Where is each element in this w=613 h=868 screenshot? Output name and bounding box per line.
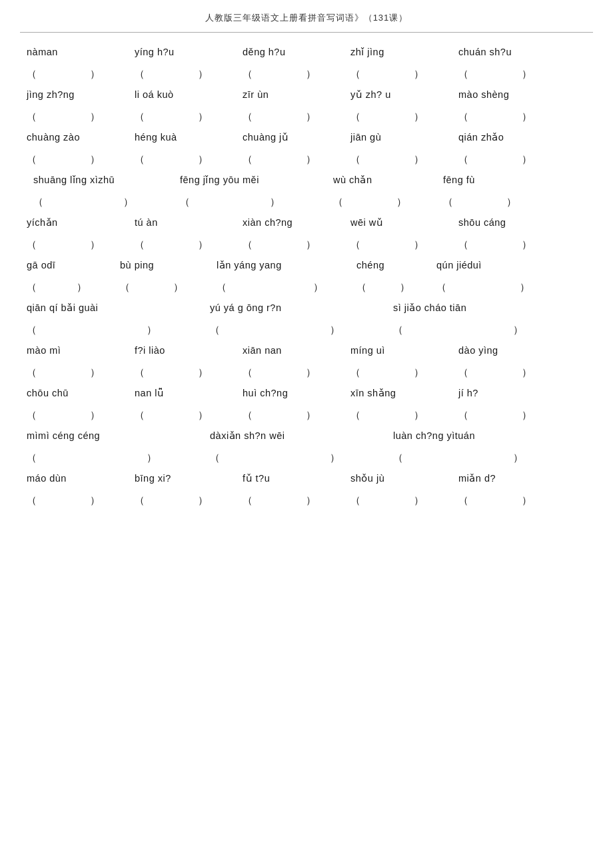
pinyin-item: shǒu jù <box>350 472 458 484</box>
row-group-3: chuàng zào héng kuà chuàng jǔ jiān gù qi… <box>20 130 593 169</box>
row-group-8: mào mì f?i liào xiān nan míng uì dào yìn… <box>20 343 593 382</box>
pinyin-item: lǎn yáng yang <box>217 259 356 270</box>
pinyin-item: jìng zh?ng <box>27 89 135 100</box>
paren-row-2: （） （） （） （） （） <box>20 107 593 126</box>
paren-block: （） <box>243 494 350 507</box>
pinyin-item: jiān gù <box>350 131 458 143</box>
paren-block: （） <box>27 111 135 123</box>
paren-block: （） <box>135 68 243 81</box>
paren-block: （） <box>458 68 566 81</box>
paren-row-6: （） （） （） （） （） <box>20 278 593 296</box>
pinyin-item: wēi wǔ <box>350 217 458 228</box>
pinyin-item: fēng fù <box>443 174 553 185</box>
paren-block: （） <box>350 366 458 379</box>
pinyin-item: dào yìng <box>458 344 566 356</box>
paren-block: （） <box>356 281 436 294</box>
pinyin-item: děng h?u <box>243 46 350 57</box>
pinyin-item: shuāng lǐng xìzhū <box>27 174 180 185</box>
paren-block: （） <box>27 68 135 81</box>
pinyin-item: héng kuà <box>135 131 243 143</box>
pinyin-item: li oá kuò <box>135 89 243 100</box>
paren-block: （） <box>27 153 135 166</box>
paren-block: （） <box>27 196 180 209</box>
pinyin-item: sì jiǎo cháo tiān <box>393 302 576 313</box>
pinyin-item: xīn shǎng <box>350 387 458 398</box>
paren-row-3: （） （） （） （） （） <box>20 150 593 169</box>
paren-block: （） <box>27 238 135 251</box>
paren-block: （） <box>243 409 350 422</box>
pinyin-row-6: gā odī bù ping lǎn yáng yang chéng qún j… <box>20 258 593 278</box>
paren-block: （） <box>27 409 135 422</box>
pinyin-item: luàn ch?ng yìtuán <box>393 430 576 441</box>
paren-block: （） <box>135 153 243 166</box>
pinyin-item: xiān nan <box>243 344 350 356</box>
pinyin-item: zhǐ jìng <box>350 46 458 57</box>
pinyin-row-5: yíchǎn tú àn xiàn ch?ng wēi wǔ shōu cáng <box>20 215 593 235</box>
pinyin-item: bīng xi? <box>135 472 243 484</box>
paren-block: （） <box>458 111 566 123</box>
pinyin-item: máo dùn <box>27 472 135 484</box>
row-group-1: nàman yíng h?u děng h?u zhǐ jìng chuán s… <box>20 45 593 83</box>
paren-block: （） <box>135 111 243 123</box>
pinyin-row-3: chuàng zào héng kuà chuàng jǔ jiān gù qi… <box>20 130 593 150</box>
row-group-4: shuāng lǐng xìzhū fēng jǐng yōu měi wù c… <box>20 173 593 211</box>
paren-block: （） <box>393 324 576 336</box>
paren-block: （） <box>27 324 210 336</box>
paren-row-8: （） （） （） （） （） <box>20 363 593 382</box>
pinyin-row-4: shuāng lǐng xìzhū fēng jǐng yōu měi wù c… <box>20 173 593 193</box>
pinyin-item: yíchǎn <box>27 217 135 228</box>
paren-block: （） <box>210 452 393 464</box>
divider <box>20 32 593 33</box>
pinyin-item: miǎn d? <box>458 472 566 484</box>
pinyin-item: fēng jǐng yōu měi <box>180 174 333 185</box>
pinyin-item: nàman <box>27 46 135 57</box>
paren-block: （） <box>436 281 570 294</box>
pinyin-item: mìmì céng céng <box>27 430 210 441</box>
row-group-2: jìng zh?ng li oá kuò zīr ùn yǔ zh? u mào… <box>20 87 593 126</box>
paren-block: （） <box>27 366 135 379</box>
pinyin-item: qián zhǎo <box>458 131 566 143</box>
paren-block: （） <box>27 281 120 294</box>
pinyin-row-11: máo dùn bīng xi? fǔ t?u shǒu jù miǎn d? <box>20 471 593 491</box>
pinyin-item: bù ping <box>120 259 217 270</box>
pinyin-row-8: mào mì f?i liào xiān nan míng uì dào yìn… <box>20 343 593 363</box>
paren-block: （） <box>243 68 350 81</box>
paren-block: （） <box>135 366 243 379</box>
paren-block: （） <box>135 409 243 422</box>
paren-block: （） <box>333 196 443 209</box>
pinyin-item: chuàng jǔ <box>243 131 350 143</box>
paren-row-7: （） （） （） <box>20 320 593 339</box>
pinyin-item: yíng h?u <box>135 46 243 57</box>
pinyin-item: chéng <box>356 259 436 270</box>
row-group-6: gā odī bù ping lǎn yáng yang chéng qún j… <box>20 258 593 296</box>
paren-block: （） <box>135 238 243 251</box>
page: 人教版三年级语文上册看拼音写词语》（131课） nàman yíng h?u d… <box>0 0 613 868</box>
row-group-10: mìmì céng céng dàxiǎn sh?n wēi luàn ch?n… <box>20 428 593 467</box>
paren-block: （） <box>135 494 243 507</box>
pinyin-item: qiān qí bǎi guài <box>27 302 210 313</box>
paren-block: （） <box>393 452 576 464</box>
pinyin-item: mào shèng <box>458 89 566 100</box>
pinyin-item: xiàn ch?ng <box>243 217 350 228</box>
paren-row-4: （） （） （） （） <box>20 193 593 211</box>
paren-row-5: （） （） （） （） （） <box>20 235 593 254</box>
paren-block: （） <box>350 111 458 123</box>
paren-block: （） <box>243 366 350 379</box>
paren-block: （） <box>350 494 458 507</box>
paren-row-10: （） （） （） <box>20 448 593 467</box>
pinyin-row-7: qiān qí bǎi guài yú yá g ōng r?n sì jiǎo… <box>20 300 593 320</box>
row-group-7: qiān qí bǎi guài yú yá g ōng r?n sì jiǎo… <box>20 300 593 339</box>
pinyin-item: mào mì <box>27 344 135 356</box>
row-group-5: yíchǎn tú àn xiàn ch?ng wēi wǔ shōu cáng… <box>20 215 593 254</box>
paren-block: （） <box>458 153 566 166</box>
paren-block: （） <box>243 111 350 123</box>
paren-block: （） <box>458 238 566 251</box>
paren-block: （） <box>350 409 458 422</box>
pinyin-item: yú yá g ōng r?n <box>210 302 393 313</box>
paren-row-1: （） （） （） （） （） <box>20 65 593 83</box>
pinyin-item: f?i liào <box>135 344 243 356</box>
paren-block: （） <box>217 281 356 294</box>
paren-block: （） <box>180 196 333 209</box>
paren-block: （） <box>27 452 210 464</box>
pinyin-item: gā odī <box>27 259 120 270</box>
